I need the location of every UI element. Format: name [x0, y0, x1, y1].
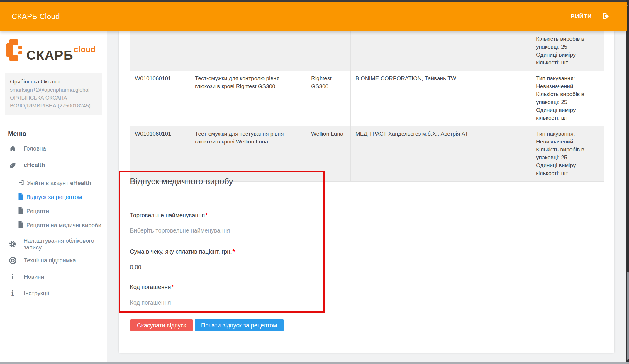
sidebar-item-account-settings[interactable]: Налаштування облікового запису [0, 236, 107, 252]
sidebar-item-ehealth-login[interactable]: Увійти в акаунт eHealth [0, 176, 107, 190]
sidebar-item-label: Увійти в акаунт eHealth [27, 180, 91, 187]
menu-heading: Меню [8, 130, 107, 138]
logout-label[interactable]: ВИЙТИ [571, 13, 592, 20]
gear-icon [9, 240, 16, 248]
cell-model: Rightest GS300 [306, 71, 351, 126]
logout-button[interactable]: ВИЙТИ [571, 12, 610, 21]
trade-name-select[interactable] [130, 224, 604, 237]
home-icon [9, 145, 16, 152]
file-icon [18, 207, 24, 215]
scrollbar-up-arrow[interactable] [627, 5, 629, 6]
medical-devices-table: Кількість виробів в упаковці: 25 Одиниці… [130, 31, 604, 182]
sign-in-icon [18, 180, 24, 187]
sidebar-item-recipes-medical-devices[interactable]: Рецепти на медичні вироби [0, 218, 107, 233]
cell-code [130, 31, 190, 71]
trade-name-label: Торговельне найменування* [130, 212, 208, 219]
sidebar-item-recipes[interactable]: Рецепти [0, 204, 107, 218]
brand-logo: СКАРБcloud [0, 31, 107, 66]
sidebar-item-ehealth[interactable]: eHealth [0, 157, 107, 173]
form-buttons: Скасувати відпуск Почати відпуск за реце… [130, 319, 284, 331]
sidebar-item-label: Рецепти [26, 208, 49, 215]
table-row: W0101060101 Тест-смужки для контролю рів… [130, 71, 604, 126]
vertical-scrollbar[interactable] [626, 0, 629, 364]
amount-label: Сума в чеку, яку сплатив пацієнт, грн.* [130, 248, 235, 255]
skarb-logo-icon [5, 39, 22, 63]
brand-cloud-suffix: cloud [74, 45, 96, 54]
form-title: Відпуск медичного виробу [130, 177, 233, 186]
user-display-name: Орябінська Оксана [10, 78, 97, 86]
life-ring-icon [9, 257, 16, 264]
info-icon: i [9, 290, 16, 297]
cell-manufacturer: BIONIME CORPORATION, Тайвань TW [351, 71, 531, 126]
sidebar-item-instructions[interactable]: i Інструкції [0, 285, 107, 302]
sign-out-icon[interactable] [602, 12, 610, 21]
table-row: Кількість виробів в упаковці: 25 Одиниці… [130, 31, 604, 71]
cell-model: Wellion Luna [306, 126, 351, 181]
required-asterisk: * [233, 248, 235, 255]
sidebar-item-home[interactable]: Головна [0, 141, 107, 157]
cell-name: Тест-смужки для тестування рівня глюкози… [190, 126, 306, 181]
app-screen: СКАРБ Cloud ВИЙТИ [0, 0, 629, 364]
cancel-dispense-button[interactable]: Скасувати відпуск [130, 319, 193, 331]
cell-packaging: Тип пакування: Невизначений Кількість ви… [531, 71, 604, 126]
sidebar-item-label: Налаштування облікового запису [23, 237, 107, 251]
table-row: W0101060101 Тест-смужки для тестування р… [130, 126, 604, 181]
user-info-box: Орябінська Оксана smartsign+2@openpharma… [5, 73, 102, 115]
sidebar-item-label: Рецепти на медичні вироби [26, 222, 101, 229]
secondary-menu: Налаштування облікового запису [0, 236, 107, 302]
required-asterisk: * [205, 212, 208, 218]
info-icon: i [9, 274, 16, 281]
brand-name: СКАРБcloud [26, 39, 96, 66]
leaf-icon [9, 162, 16, 169]
sidebar-item-label: Новини [24, 274, 44, 280]
sidebar-item-news[interactable]: i Новини [0, 269, 107, 285]
ehealth-submenu: Увійти в акаунт eHealth Відпуск за рецеп… [0, 176, 107, 233]
user-email: smartsign+2@openpharma.global [10, 86, 97, 94]
cell-name: Тест-смужки для контролю рівня глюкози в… [190, 71, 306, 126]
browser-top-strip [0, 0, 629, 2]
sidebar-menu: Головна eHealth [0, 141, 107, 302]
user-full-name: ОРЯБІНСЬКА ОКСАНА ВОЛОДИМИРІВНА (2750018… [10, 94, 97, 110]
file-icon [18, 221, 24, 229]
cell-packaging: Кількість виробів в упаковці: 25 Одиниці… [531, 31, 604, 71]
horizontal-scrollbar[interactable] [0, 362, 629, 364]
main-content-card: Кількість виробів в упаковці: 25 Одиниці… [119, 31, 614, 353]
sidebar-item-dispense-by-prescription[interactable]: Відпуск за рецептом [0, 190, 107, 204]
redeem-code-label: Код погашення* [130, 284, 174, 290]
file-icon [18, 193, 24, 201]
sidebar-item-label: eHealth [24, 162, 45, 168]
cell-model [306, 31, 351, 71]
redeem-code-input[interactable] [130, 296, 604, 309]
cell-manufacturer: МЕД ТРАСТ Хандельсгез м.б.Х., Австрія AT [351, 126, 531, 181]
amount-input[interactable] [130, 261, 604, 274]
start-dispense-button[interactable]: Почати відпуск за рецептом [195, 319, 284, 331]
sidebar-item-label: Інструкції [24, 290, 49, 297]
app-header: СКАРБ Cloud ВИЙТИ [0, 2, 627, 31]
sidebar-item-label: Головна [24, 145, 46, 152]
sidebar-item-label: Відпуск за рецептом [26, 194, 82, 201]
sidebar-item-label: Технічна підтримка [24, 257, 76, 264]
sidebar-item-support[interactable]: Технічна підтримка [0, 252, 107, 269]
required-asterisk: * [172, 284, 174, 290]
cell-code: W0101060101 [130, 71, 190, 126]
cell-manufacturer [351, 31, 531, 71]
cell-code: W0101060101 [130, 126, 190, 181]
app-title: СКАРБ Cloud [12, 12, 60, 21]
vertical-scrollbar-thumb[interactable] [627, 272, 629, 360]
sidebar: СКАРБcloud Орябінська Оксана smartsign+2… [0, 31, 107, 362]
cell-name [190, 31, 306, 71]
cell-packaging: Тип пакування: Невизначений Кількість ви… [531, 126, 604, 181]
